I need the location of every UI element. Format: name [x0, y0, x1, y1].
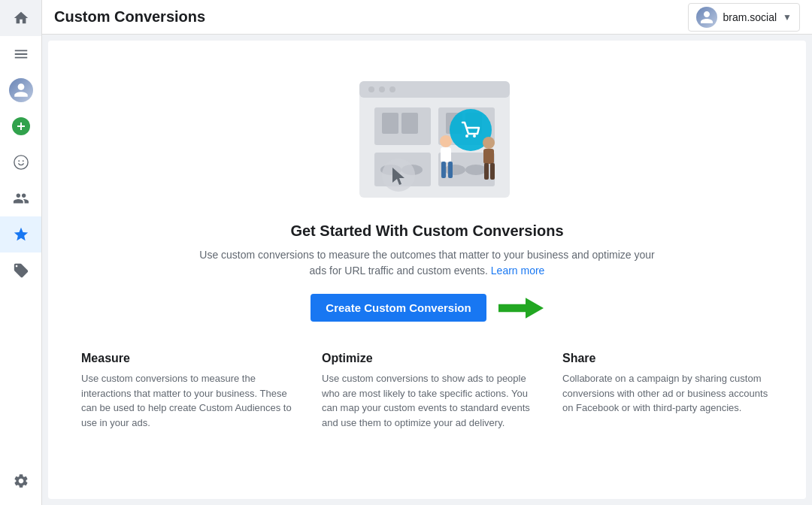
cta-description-text: Use custom conversions to measure the ou… — [199, 249, 654, 277]
green-arrow-icon — [498, 295, 544, 322]
sidebar-top — [0, 0, 41, 463]
svg-rect-27 — [448, 162, 453, 178]
sidebar-item-profile[interactable] — [0, 72, 41, 108]
arrow-indicator — [498, 295, 544, 322]
feature-measure-desc: Use custom conversions to measure the in… — [81, 371, 292, 430]
account-name: bram.social — [723, 11, 777, 23]
svg-point-3 — [22, 160, 23, 162]
main-wrapper: Custom Conversions bram.social ▼ — [42, 0, 812, 505]
header: Custom Conversions bram.social ▼ — [42, 0, 812, 35]
svg-rect-31 — [490, 163, 495, 180]
svg-point-19 — [444, 165, 465, 175]
account-selector[interactable]: bram.social ▼ — [688, 3, 800, 32]
svg-rect-30 — [484, 163, 489, 180]
svg-point-2 — [18, 160, 20, 162]
plus-circle-icon — [12, 117, 30, 135]
home-icon — [12, 9, 30, 27]
tags-icon — [12, 262, 30, 280]
gear-icon — [12, 472, 30, 490]
sidebar-item-create[interactable] — [0, 108, 41, 144]
sidebar-bottom — [0, 463, 41, 505]
hamburger-icon — [12, 45, 30, 63]
svg-point-24 — [440, 135, 452, 147]
svg-point-7 — [379, 86, 385, 92]
svg-rect-26 — [441, 162, 446, 178]
feature-share-title: Share — [562, 352, 773, 365]
sidebar-item-tags[interactable] — [0, 252, 41, 289]
svg-point-28 — [483, 137, 495, 149]
feature-measure-title: Measure — [81, 352, 292, 365]
smiley-icon — [12, 153, 30, 171]
cta-title: Get Started With Custom Conversions — [290, 222, 563, 240]
svg-point-6 — [368, 86, 374, 92]
avatar — [9, 78, 33, 102]
audiences-icon — [12, 189, 30, 207]
shopping-illustration — [314, 59, 540, 216]
svg-rect-14 — [401, 113, 418, 134]
feature-optimize-title: Optimize — [322, 352, 532, 365]
feature-cards: Measure Use custom conversions to measur… — [51, 340, 803, 454]
cta-description: Use custom conversions to measure the ou… — [194, 247, 660, 279]
feature-share-desc: Collaborate on a campaign by sharing cus… — [562, 371, 773, 416]
svg-marker-33 — [498, 298, 544, 318]
feature-card-measure: Measure Use custom conversions to measur… — [81, 352, 292, 430]
sidebar-item-messages[interactable] — [0, 144, 41, 180]
svg-point-20 — [465, 165, 486, 175]
svg-point-23 — [473, 135, 476, 138]
chevron-down-icon: ▼ — [783, 12, 792, 23]
svg-point-1 — [14, 156, 27, 169]
learn-more-link[interactable]: Learn more — [491, 265, 545, 277]
sidebar-item-home[interactable] — [0, 0, 41, 36]
svg-point-22 — [465, 135, 468, 138]
star-icon — [12, 225, 30, 243]
illustration-area — [48, 41, 806, 222]
sidebar — [0, 0, 42, 505]
create-custom-conversion-button[interactable]: Create Custom Conversion — [311, 294, 486, 322]
cta-section: Get Started With Custom Conversions Use … — [164, 222, 690, 340]
svg-point-8 — [389, 86, 395, 92]
svg-rect-29 — [483, 149, 494, 164]
sidebar-item-audiences[interactable] — [0, 180, 41, 216]
svg-rect-13 — [382, 113, 398, 134]
page-title: Custom Conversions — [54, 8, 205, 26]
feature-card-share: Share Collaborate on a campaign by shari… — [562, 352, 773, 430]
sidebar-item-custom-conversions[interactable] — [0, 216, 41, 252]
svg-rect-25 — [441, 147, 451, 162]
sidebar-item-menu[interactable] — [0, 36, 41, 72]
account-avatar — [696, 7, 717, 28]
cta-button-row: Create Custom Conversion — [311, 294, 543, 322]
main-content: Get Started With Custom Conversions Use … — [48, 41, 806, 499]
sidebar-item-settings[interactable] — [0, 463, 41, 499]
feature-optimize-desc: Use custom conversions to show ads to pe… — [322, 371, 532, 430]
feature-card-optimize: Optimize Use custom conversions to show … — [322, 352, 532, 430]
